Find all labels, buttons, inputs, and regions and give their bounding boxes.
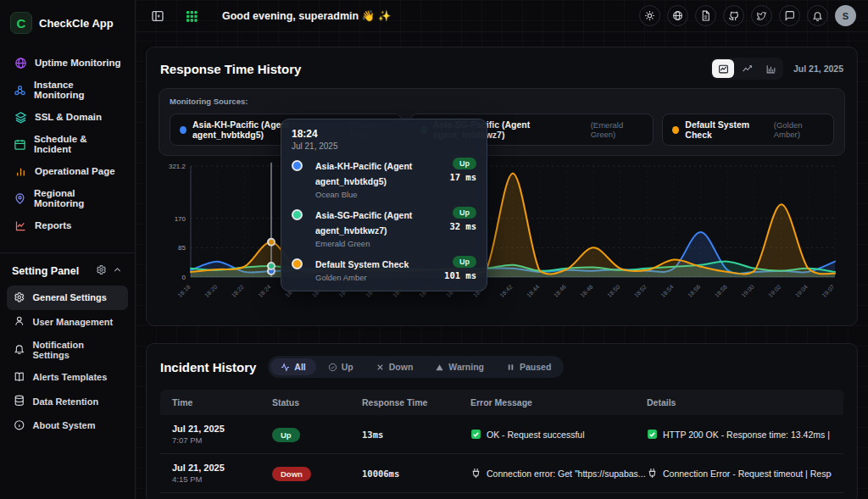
filter-warning-button[interactable]: Warning [425,358,494,375]
chart-type-toggle [710,58,783,80]
status-badge: Up [453,207,476,219]
ocean-blue-dot-icon [180,126,186,134]
details-message: HTTP 200 OK - Response time: 13.42ms | C… [663,430,832,440]
svg-text:18:44: 18:44 [526,284,540,298]
col-response-time: Response Time [362,397,470,408]
incident-history-card: Incident History All Up Down [146,343,858,499]
sidebar: C CheckCle App Uptime Monitoring Instanc… [0,0,136,499]
response-time-title: Response Time History [160,62,301,76]
response-time-card: Response Time History Jul 21, 2025 Monit… [146,47,858,326]
filter-up-button[interactable]: Up [318,358,364,375]
tooltip-value: 17 ms [449,172,476,182]
sidebar-item-label: Notification Settings [33,340,122,360]
filter-down-button[interactable]: Down [365,358,424,375]
sidebar-item-reports[interactable]: Reports [7,213,128,237]
warning-icon [435,363,444,372]
sidebar-item-regional-monitoring[interactable]: Regional Monitoring [7,183,128,213]
table-row[interactable]: Jul 21, 2025 4:15 PM Down 10006ms Connec… [160,454,843,493]
svg-text:18:54: 18:54 [659,284,674,298]
svg-text:85: 85 [178,244,186,252]
filter-all-button[interactable]: All [270,358,315,375]
sidebar-item-label: Reports [35,220,71,230]
svg-text:18:48: 18:48 [579,284,593,298]
incident-filters: All Up Down Warning Paused [268,356,564,378]
sidebar-item-notification-settings[interactable]: Notification Settings [7,334,128,365]
row-time: 7:07 PM [172,435,272,445]
sidebar-item-label: Data Retention [33,396,99,407]
twitter-icon[interactable] [751,5,772,26]
line-chart-button[interactable] [736,59,758,78]
check-icon [647,429,658,440]
sidebar-item-label: Schedule & Incident [34,134,121,154]
source-pill-default-system[interactable]: Default System Check (Golden Amber) [662,114,834,146]
app-logo[interactable]: C CheckCle App [0,8,135,46]
sidebar-item-label: Alerts Templates [33,372,108,382]
sidebar-item-label: User Management [33,317,114,327]
svg-text:19:00: 19:00 [740,284,754,298]
map-pin-icon [14,191,26,205]
response-time-chart[interactable]: 085170321.218:1818:2018:2218:2418:2618:2… [153,161,845,305]
tooltip-source-name: Asia-SG-Pacific (Agent agent_hvbtkwz7) [315,210,412,236]
github-icon[interactable] [723,5,744,26]
main-area: Good evening, superadmin 👋 ✨ S Response … [136,0,868,499]
app-root: C CheckCle App Uptime Monitoring Instanc… [0,0,868,499]
sidebar-item-user-management[interactable]: User Management [7,310,128,335]
svg-text:18:42: 18:42 [498,284,513,298]
svg-text:18:56: 18:56 [687,284,701,298]
bar-chart-icon [14,164,27,178]
chat-icon[interactable] [779,5,800,26]
error-message: Connection error: Get "https://supabas..… [487,469,646,479]
sidebar-item-data-retention[interactable]: Data Retention [7,390,128,414]
theme-toggle-sun-icon[interactable] [639,5,660,26]
status-badge: Up [272,428,300,442]
svg-text:170: 170 [175,215,186,223]
check-circle-icon [328,363,337,372]
nodes-icon [14,83,26,97]
sidebar-item-label: Regional Monitoring [34,188,121,208]
svg-text:0: 0 [182,274,186,281]
sidebar-item-uptime-monitoring[interactable]: Uptime Monitoring [7,51,128,75]
gear-icon[interactable] [96,263,107,279]
chart-tooltip: 18:24 Jul 21, 2025 Asia-KH-Pacific (Agen… [281,119,487,291]
status-badge: Down [272,467,311,481]
row-date: Jul 21, 2025 [172,463,272,473]
monitoring-sources-label: Monitoring Sources: [170,97,834,106]
svg-text:18:52: 18:52 [633,284,648,298]
chart-wrapper: 085170321.218:1818:2018:2218:2418:2618:2… [153,161,850,305]
filter-paused-button[interactable]: Paused [496,358,561,375]
plug-icon [647,468,658,479]
sidebar-item-about-system[interactable]: About System [7,413,128,438]
grid-icon[interactable] [181,6,202,26]
tooltip-row: Default System Check Golden Amber Up 101… [292,256,476,282]
sidebar-item-general-settings[interactable]: General Settings [7,286,128,310]
svg-text:18:24: 18:24 [257,284,271,298]
sidebar-item-schedule-incident[interactable]: Schedule & Incident [7,129,128,159]
filter-label: Warning [448,362,484,372]
col-status: Status [272,397,362,408]
response-time-value: 10006ms [362,469,470,479]
bell-icon[interactable] [807,5,828,26]
sidebar-item-operational-page[interactable]: Operational Page [7,159,128,183]
golden-amber-dot-icon [672,126,679,134]
tooltip-source-name: Asia-KH-Pacific (Agent agent_hvbtkdg5) [315,161,412,186]
response-time-value: 13ms [362,430,470,440]
tooltip-row: Asia-KH-Pacific (Agent agent_hvbtkdg5) O… [292,158,476,199]
docs-file-icon[interactable] [695,5,716,26]
collapse-sidebar-icon[interactable] [147,6,168,26]
emerald-green-dot-icon [292,209,303,220]
database-icon [14,395,25,408]
bar-chart-button[interactable] [760,59,782,78]
user-avatar[interactable]: S [835,5,856,26]
sidebar-item-alerts-templates[interactable]: Alerts Templates [7,365,128,390]
app-title: CheckCle App [39,17,114,30]
sidebar-item-instance-monitoring[interactable]: Instance Monitoring [7,75,128,105]
settings-panel-title: Setting Panel [12,265,79,277]
source-color-name: (Emerald Green) [591,120,644,139]
chevron-up-icon[interactable] [112,263,123,279]
area-chart-button[interactable] [712,59,734,78]
language-globe-icon[interactable] [667,5,688,26]
incident-history-title: Incident History [160,360,256,374]
sidebar-item-ssl-domain[interactable]: SSL & Domain [7,105,128,129]
svg-text:18:20: 18:20 [203,284,218,298]
table-row[interactable]: Jul 21, 2025 7:07 PM Up 13ms OK - Reques… [160,415,843,454]
